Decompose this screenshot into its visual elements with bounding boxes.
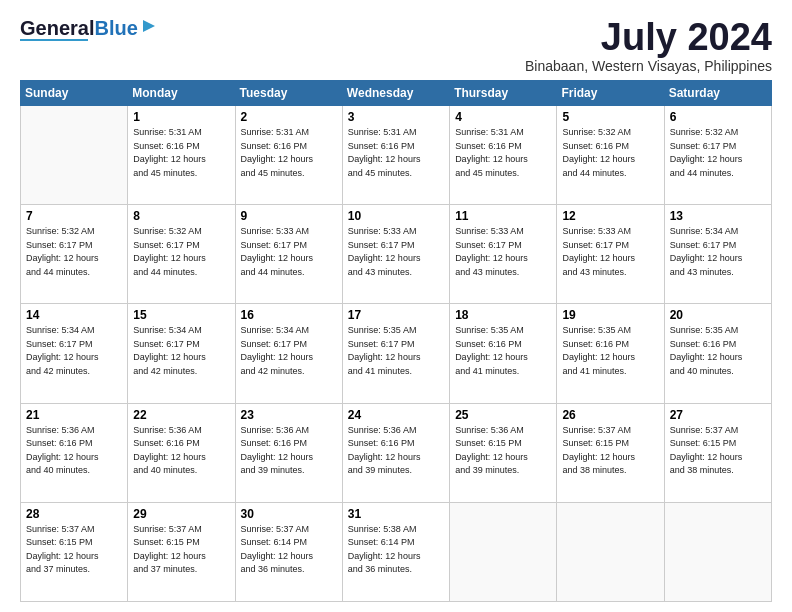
day-info: Sunrise: 5:33 AM Sunset: 6:17 PM Dayligh… [562,225,658,279]
day-info: Sunrise: 5:31 AM Sunset: 6:16 PM Dayligh… [133,126,229,180]
title-block: July 2024 Binabaan, Western Visayas, Phi… [525,18,772,74]
calendar-week-row: 14Sunrise: 5:34 AM Sunset: 6:17 PM Dayli… [21,304,772,403]
day-number: 1 [133,110,229,124]
day-number: 27 [670,408,766,422]
col-tuesday: Tuesday [235,81,342,106]
day-info: Sunrise: 5:36 AM Sunset: 6:15 PM Dayligh… [455,424,551,478]
day-number: 23 [241,408,337,422]
day-number: 18 [455,308,551,322]
day-number: 8 [133,209,229,223]
table-row: 9Sunrise: 5:33 AM Sunset: 6:17 PM Daylig… [235,205,342,304]
day-number: 19 [562,308,658,322]
col-sunday: Sunday [21,81,128,106]
day-info: Sunrise: 5:37 AM Sunset: 6:15 PM Dayligh… [133,523,229,577]
logo-text: GeneralBlue [20,18,138,38]
table-row: 4Sunrise: 5:31 AM Sunset: 6:16 PM Daylig… [450,106,557,205]
logo-underline [20,39,88,41]
day-number: 22 [133,408,229,422]
col-friday: Friday [557,81,664,106]
calendar-week-row: 7Sunrise: 5:32 AM Sunset: 6:17 PM Daylig… [21,205,772,304]
table-row: 6Sunrise: 5:32 AM Sunset: 6:17 PM Daylig… [664,106,771,205]
calendar-header-row: Sunday Monday Tuesday Wednesday Thursday… [21,81,772,106]
day-number: 4 [455,110,551,124]
table-row: 24Sunrise: 5:36 AM Sunset: 6:16 PM Dayli… [342,403,449,502]
day-number: 2 [241,110,337,124]
table-row: 1Sunrise: 5:31 AM Sunset: 6:16 PM Daylig… [128,106,235,205]
table-row: 30Sunrise: 5:37 AM Sunset: 6:14 PM Dayli… [235,502,342,601]
day-number: 6 [670,110,766,124]
table-row: 22Sunrise: 5:36 AM Sunset: 6:16 PM Dayli… [128,403,235,502]
day-number: 30 [241,507,337,521]
day-number: 20 [670,308,766,322]
table-row: 12Sunrise: 5:33 AM Sunset: 6:17 PM Dayli… [557,205,664,304]
calendar-week-row: 21Sunrise: 5:36 AM Sunset: 6:16 PM Dayli… [21,403,772,502]
table-row [21,106,128,205]
day-info: Sunrise: 5:36 AM Sunset: 6:16 PM Dayligh… [133,424,229,478]
day-number: 12 [562,209,658,223]
day-number: 28 [26,507,122,521]
table-row: 26Sunrise: 5:37 AM Sunset: 6:15 PM Dayli… [557,403,664,502]
logo-arrow-icon [141,18,157,38]
table-row: 17Sunrise: 5:35 AM Sunset: 6:17 PM Dayli… [342,304,449,403]
day-info: Sunrise: 5:35 AM Sunset: 6:17 PM Dayligh… [348,324,444,378]
day-number: 3 [348,110,444,124]
day-info: Sunrise: 5:36 AM Sunset: 6:16 PM Dayligh… [26,424,122,478]
col-thursday: Thursday [450,81,557,106]
table-row: 14Sunrise: 5:34 AM Sunset: 6:17 PM Dayli… [21,304,128,403]
day-info: Sunrise: 5:36 AM Sunset: 6:16 PM Dayligh… [348,424,444,478]
col-monday: Monday [128,81,235,106]
day-number: 9 [241,209,337,223]
table-row: 27Sunrise: 5:37 AM Sunset: 6:15 PM Dayli… [664,403,771,502]
day-number: 26 [562,408,658,422]
day-info: Sunrise: 5:33 AM Sunset: 6:17 PM Dayligh… [455,225,551,279]
table-row: 8Sunrise: 5:32 AM Sunset: 6:17 PM Daylig… [128,205,235,304]
day-info: Sunrise: 5:35 AM Sunset: 6:16 PM Dayligh… [562,324,658,378]
calendar-table: Sunday Monday Tuesday Wednesday Thursday… [20,80,772,602]
table-row: 29Sunrise: 5:37 AM Sunset: 6:15 PM Dayli… [128,502,235,601]
day-number: 15 [133,308,229,322]
day-info: Sunrise: 5:34 AM Sunset: 6:17 PM Dayligh… [241,324,337,378]
day-info: Sunrise: 5:36 AM Sunset: 6:16 PM Dayligh… [241,424,337,478]
table-row: 21Sunrise: 5:36 AM Sunset: 6:16 PM Dayli… [21,403,128,502]
table-row [664,502,771,601]
day-info: Sunrise: 5:32 AM Sunset: 6:17 PM Dayligh… [133,225,229,279]
day-info: Sunrise: 5:37 AM Sunset: 6:15 PM Dayligh… [670,424,766,478]
day-info: Sunrise: 5:35 AM Sunset: 6:16 PM Dayligh… [670,324,766,378]
day-number: 16 [241,308,337,322]
day-info: Sunrise: 5:38 AM Sunset: 6:14 PM Dayligh… [348,523,444,577]
table-row: 15Sunrise: 5:34 AM Sunset: 6:17 PM Dayli… [128,304,235,403]
day-number: 14 [26,308,122,322]
table-row: 25Sunrise: 5:36 AM Sunset: 6:15 PM Dayli… [450,403,557,502]
month-year: July 2024 [525,18,772,56]
day-info: Sunrise: 5:33 AM Sunset: 6:17 PM Dayligh… [348,225,444,279]
day-info: Sunrise: 5:33 AM Sunset: 6:17 PM Dayligh… [241,225,337,279]
day-number: 24 [348,408,444,422]
day-info: Sunrise: 5:37 AM Sunset: 6:15 PM Dayligh… [26,523,122,577]
day-number: 5 [562,110,658,124]
table-row [557,502,664,601]
table-row: 28Sunrise: 5:37 AM Sunset: 6:15 PM Dayli… [21,502,128,601]
day-info: Sunrise: 5:37 AM Sunset: 6:15 PM Dayligh… [562,424,658,478]
table-row: 20Sunrise: 5:35 AM Sunset: 6:16 PM Dayli… [664,304,771,403]
logo: GeneralBlue [20,18,157,41]
day-number: 31 [348,507,444,521]
day-number: 25 [455,408,551,422]
day-number: 13 [670,209,766,223]
table-row: 16Sunrise: 5:34 AM Sunset: 6:17 PM Dayli… [235,304,342,403]
table-row: 10Sunrise: 5:33 AM Sunset: 6:17 PM Dayli… [342,205,449,304]
day-number: 10 [348,209,444,223]
col-wednesday: Wednesday [342,81,449,106]
day-info: Sunrise: 5:31 AM Sunset: 6:16 PM Dayligh… [348,126,444,180]
day-info: Sunrise: 5:34 AM Sunset: 6:17 PM Dayligh… [133,324,229,378]
day-number: 7 [26,209,122,223]
table-row [450,502,557,601]
day-info: Sunrise: 5:32 AM Sunset: 6:17 PM Dayligh… [670,126,766,180]
table-row: 13Sunrise: 5:34 AM Sunset: 6:17 PM Dayli… [664,205,771,304]
calendar-week-row: 1Sunrise: 5:31 AM Sunset: 6:16 PM Daylig… [21,106,772,205]
table-row: 18Sunrise: 5:35 AM Sunset: 6:16 PM Dayli… [450,304,557,403]
day-info: Sunrise: 5:31 AM Sunset: 6:16 PM Dayligh… [241,126,337,180]
day-info: Sunrise: 5:31 AM Sunset: 6:16 PM Dayligh… [455,126,551,180]
day-number: 17 [348,308,444,322]
svg-marker-0 [143,20,155,32]
header: GeneralBlue July 2024 Binabaan, Western … [20,18,772,74]
